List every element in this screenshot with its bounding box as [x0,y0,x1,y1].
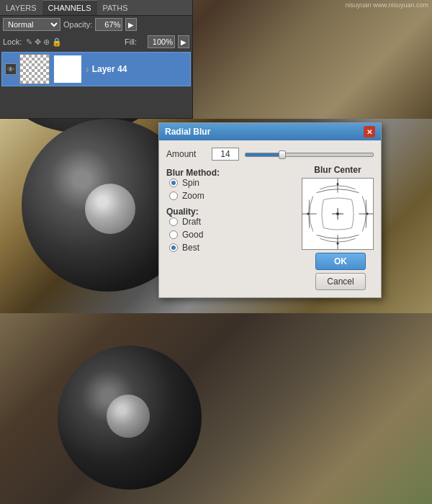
svg-point-10 [366,213,369,215]
svg-point-7 [337,183,339,185]
ok-button[interactable]: OK [315,253,366,270]
svg-point-9 [307,213,309,215]
lock-fill-row: Lock: ✎ ✥ ⊕ 🔒 Fill: ▶ [0,33,192,50]
opacity-label: Opacity: [63,20,92,29]
dialog-close-button[interactable]: ✕ [364,126,375,138]
svg-point-8 [337,243,339,245]
fill-arrow[interactable]: ▶ [178,35,189,48]
radio-draft-circle[interactable] [169,217,178,226]
radio-good-circle[interactable] [169,230,178,239]
fill-label: Fill: [125,37,145,46]
dialog-titlebar: Radial Blur ✕ [159,123,381,140]
good-label: Good [182,230,203,240]
blur-center-svg [302,179,373,249]
blur-center-label: Blur Center [314,165,361,175]
radio-zoom-circle[interactable] [169,192,178,200]
quality-label: Quality: [166,207,294,217]
draft-label: Draft [182,217,201,227]
blur-method-label: Blur Method: [166,168,294,178]
amount-label: Amount [166,149,206,159]
radio-spin[interactable]: Spin [169,178,294,188]
radio-good[interactable]: Good [169,230,294,240]
radio-draft[interactable]: Draft [169,217,294,227]
layer-row[interactable]: 👁 › Layer 44 [1,52,191,86]
panel-tabs: LAYERS CHANNELS PATHS [0,0,192,16]
opacity-input[interactable] [95,18,122,31]
blur-method-group: Spin Zoom [169,178,294,201]
tire-hub-bottom [107,395,150,438]
radial-blur-dialog: Radial Blur ✕ Amount Blur Method: [158,122,382,298]
tab-paths[interactable]: PATHS [97,0,134,15]
tab-layers[interactable]: LAYERS [0,0,42,15]
lock-icons: ✎ ✥ ⊕ 🔒 [26,37,62,47]
dialog-body: Amount Blur Method: Spin [159,140,381,297]
dialog-title: Radial Blur [165,127,210,137]
dialog-right: Blur Center [302,165,374,290]
svg-point-6 [336,212,339,215]
lock-label: Lock: [3,37,23,46]
lock-edit-icon[interactable]: ✎ [26,37,32,47]
dialog-overlay: Radial Blur ✕ Amount Blur Method: [0,119,432,313]
amount-input[interactable] [212,148,239,161]
zoom-label: Zoom [182,191,204,201]
tab-channels[interactable]: CHANNELS [42,0,97,15]
lock-pixel-icon[interactable]: 🔒 [52,37,62,47]
fill-input[interactable] [148,35,175,48]
dialog-content-row: Blur Method: Spin Zoom Quality: [166,165,374,290]
amount-row: Amount [166,148,374,161]
layer-thumbnail [19,54,50,84]
best-label: Best [182,243,199,253]
radio-zoom[interactable]: Zoom [169,191,294,201]
layer-link-icon: › [86,63,89,75]
radio-best-circle[interactable] [169,243,178,252]
blend-opacity-row: Normal Multiply Screen Overlay Opacity: … [0,16,192,33]
dialog-left: Blur Method: Spin Zoom Quality: [166,165,294,253]
quality-group: Draft Good Best [169,217,294,253]
layer-name: Layer 44 [92,64,187,74]
spin-label: Spin [182,178,199,188]
lock-move-icon[interactable]: ✥ [35,37,41,47]
radio-best[interactable]: Best [169,243,294,253]
opacity-arrow[interactable]: ▶ [125,18,137,31]
layers-panel: LAYERS CHANNELS PATHS Normal Multiply Sc… [0,0,193,119]
radio-spin-circle[interactable] [169,179,178,187]
blur-center-preview[interactable] [302,178,374,250]
cancel-button[interactable]: Cancel [315,273,366,290]
blend-mode-select[interactable]: Normal Multiply Screen Overlay [3,18,60,31]
layer-mask [53,54,83,84]
watermark: nisuyuan www.nisuyuan.com [345,1,428,9]
visibility-icon[interactable]: 👁 [5,63,17,75]
lock-all-icon[interactable]: ⊕ [43,37,50,47]
dialog-buttons: OK Cancel [315,253,366,290]
